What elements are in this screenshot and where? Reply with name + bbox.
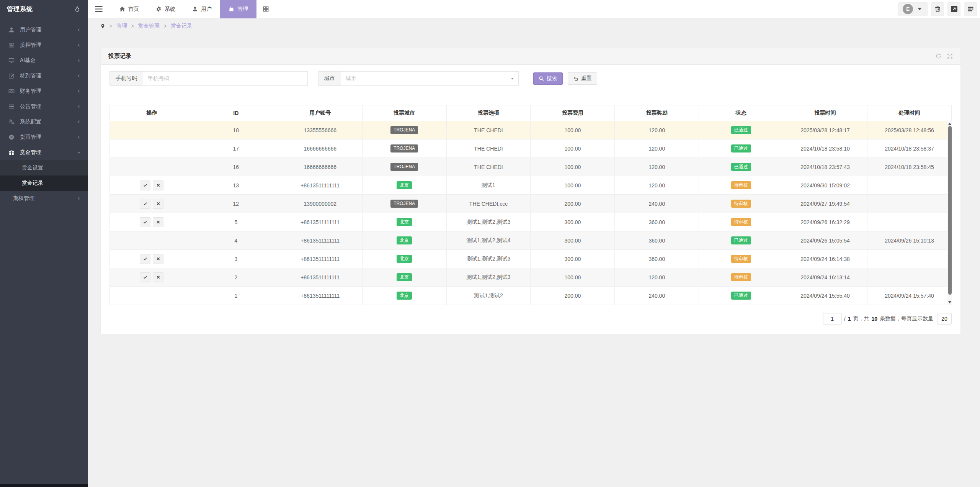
approve-button[interactable] [140, 272, 150, 282]
approve-button[interactable] [140, 180, 150, 190]
cell-status: 已通过 [699, 287, 783, 305]
hamburger-icon[interactable] [95, 6, 103, 12]
table-wrap: 操作ID用户账号投票城市投票选项投票费用投票奖励状态投票时间处理时间 18133… [109, 105, 952, 305]
scroll-down-arrow[interactable] [948, 301, 951, 303]
status-badge: 已通过 [731, 144, 751, 152]
sidebar: 管理系统 用户管理质押管理AI基金签到管理财务管理公告管理系统配置P货币管理赏金… [0, 0, 88, 487]
sidebar-subitem[interactable]: 赏金记录 [0, 175, 88, 191]
panel: 投票记录 手机号码 城市 城市 [100, 47, 961, 334]
topnav-item-label: 管理 [237, 6, 248, 13]
check-icon [143, 183, 147, 187]
cell-process-time: 2024/09/26 15:10:13 [867, 231, 952, 250]
breadcrumb-item[interactable]: 管理 [116, 23, 127, 30]
column-header: 投票时间 [783, 105, 867, 121]
money-icon [8, 88, 15, 94]
scrollbar-thumb[interactable] [948, 126, 952, 295]
cell-vote-time: 2024/09/27 19:49:54 [783, 195, 867, 213]
status-badge: 待审核 [731, 273, 751, 281]
user-menu-button[interactable]: E [898, 2, 928, 16]
approve-button[interactable] [140, 254, 150, 264]
sidebar-item[interactable]: 签到管理 [0, 68, 88, 84]
cell-id: 1 [194, 287, 278, 305]
cell-account: 13355556666 [278, 121, 362, 139]
cell-actions [110, 176, 194, 195]
cell-reward: 120.00 [615, 158, 699, 176]
topnav-item-home[interactable]: 首页 [111, 0, 147, 18]
sidebar-item[interactable]: 用户管理 [0, 22, 88, 38]
approve-button[interactable] [140, 217, 150, 227]
sidebar-item[interactable]: 系统配置 [0, 114, 88, 130]
cell-reward: 360.00 [615, 231, 699, 250]
cell-reward: 120.00 [615, 176, 699, 195]
sidebar-subitem-label: 赏金记录 [22, 180, 43, 187]
breadcrumb-item[interactable]: 赏金记录 [171, 23, 192, 30]
cell-id: 2 [194, 268, 278, 287]
pages-unit: 页，共 [853, 315, 869, 322]
sidebar-item-label: 期权管理 [13, 195, 34, 202]
close-icon [156, 183, 160, 187]
sidebar-item[interactable]: P货币管理 [0, 130, 88, 145]
cell-status: 待审核 [699, 250, 783, 268]
reject-button[interactable] [153, 199, 163, 209]
table-row: 1813355556666TROJENATHE CHEDI100.00120.0… [110, 121, 952, 139]
approve-button[interactable] [140, 199, 150, 209]
cell-vote-time: 2025/03/28 12:48:17 [783, 121, 867, 139]
status-badge: 已通过 [731, 236, 751, 244]
cell-reward: 120.00 [615, 268, 699, 287]
reject-button[interactable] [153, 180, 163, 190]
sidebar-item[interactable]: 公告管理 [0, 99, 88, 114]
content: 投票记录 手机号码 城市 城市 [88, 34, 980, 334]
city-select[interactable]: 城市 [341, 71, 519, 86]
sidebar-item[interactable]: 期权管理 [0, 191, 88, 206]
reject-button[interactable] [153, 254, 163, 264]
pagination: / 1 页，共 10 条数据，每页显示数量 [101, 305, 960, 334]
sidebar-item[interactable]: 财务管理 [0, 84, 88, 99]
fullscreen-icon[interactable] [947, 53, 953, 59]
reject-button[interactable] [153, 272, 163, 282]
sidebar-subitem[interactable]: 赏金设置 [0, 160, 88, 175]
cell-process-time [867, 195, 952, 213]
sidebar-item-label: 赏金管理 [20, 149, 41, 156]
trash-button[interactable] [931, 2, 944, 16]
city-badge: 北京 [397, 273, 412, 281]
grid-icon[interactable] [263, 6, 269, 12]
layout-list-button[interactable] [964, 2, 977, 16]
search-button[interactable]: 搜索 [533, 72, 563, 85]
breadcrumb-item[interactable]: 赏金管理 [138, 23, 160, 30]
sidebar-submenu: 赏金设置赏金记录 [0, 160, 88, 191]
sidebar-item[interactable]: AI基金 [0, 53, 88, 68]
search-row: 手机号码 城市 城市 搜索 重置 [101, 65, 960, 86]
reject-button[interactable] [153, 217, 163, 227]
cell-status: 已通过 [699, 121, 783, 139]
cell-id: 5 [194, 213, 278, 231]
table-scrollbar[interactable] [947, 121, 952, 305]
page-size-input[interactable] [937, 313, 952, 325]
topnav-item-gear[interactable]: 系统 [147, 0, 184, 18]
page-input[interactable] [823, 313, 842, 325]
chevron-left-icon [77, 120, 81, 124]
topnav-item-bag[interactable]: 管理 [220, 0, 256, 18]
cell-fee: 200.00 [531, 287, 615, 305]
topnav-item-user[interactable]: 用户 [184, 0, 220, 18]
user-icon [192, 6, 198, 12]
cell-vote-time: 2024/09/30 15:09:02 [783, 176, 867, 195]
cell-city: TROJENA [362, 158, 446, 176]
cell-status: 已通过 [699, 158, 783, 176]
scroll-up-arrow[interactable] [948, 123, 951, 125]
sidebar-item[interactable]: 质押管理 [0, 38, 88, 53]
cell-account: +8613511111111 [278, 287, 362, 305]
column-header: 处理时间 [867, 105, 952, 121]
external-link-button[interactable] [947, 2, 960, 16]
list-lines-icon [967, 6, 974, 12]
phone-input[interactable] [143, 71, 308, 86]
cell-options: THE CHEDI [446, 139, 531, 158]
cell-fee: 100.00 [531, 176, 615, 195]
chevron-left-icon [77, 196, 81, 201]
sidebar-item[interactable]: 赏金管理 [0, 145, 88, 160]
table-row: 13+8613511111111北京测试1100.00120.00待审核2024… [110, 176, 952, 195]
cell-fee: 300.00 [531, 213, 615, 231]
panel-tools [936, 53, 953, 59]
cell-options: 测试1,测试2,测试3 [446, 268, 531, 287]
refresh-icon[interactable] [936, 53, 941, 59]
reset-button[interactable]: 重置 [568, 72, 597, 85]
